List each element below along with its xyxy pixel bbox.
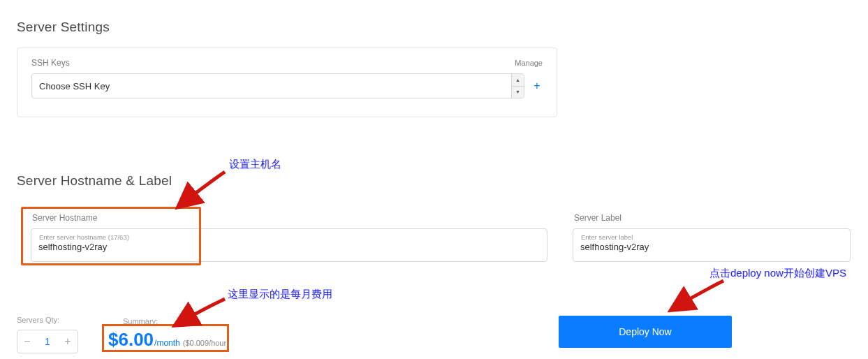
ssh-key-selected-value: Choose SSH Key bbox=[39, 81, 110, 91]
chevron-up-icon[interactable]: ▲ bbox=[512, 74, 524, 86]
price-hourly: ($0.009/hour) bbox=[183, 339, 229, 347]
servers-qty-stepper[interactable]: − 1 + bbox=[17, 330, 78, 353]
price-highlight-box: $6.00 /month ($0.009/hour) bbox=[102, 324, 229, 352]
price-amount: $6.00 bbox=[108, 326, 154, 353]
annotation-deploy: 点击deploy now开始创建VPS bbox=[709, 267, 846, 280]
servers-qty-label: Servers Qty: bbox=[17, 316, 59, 324]
qty-decrement-button[interactable]: − bbox=[17, 330, 37, 353]
server-label-float-label: Enter server label bbox=[581, 233, 633, 241]
qty-value: 1 bbox=[37, 336, 58, 347]
hostname-value: selfhosting-v2ray bbox=[38, 242, 107, 252]
add-ssh-key-button[interactable]: + bbox=[531, 80, 543, 91]
server-label-label: Server Label bbox=[573, 213, 851, 223]
server-label-value: selfhosting-v2ray bbox=[580, 242, 649, 252]
server-settings-heading: Server Settings bbox=[17, 20, 110, 35]
deploy-now-button[interactable]: Deploy Now bbox=[559, 316, 732, 348]
plus-icon: + bbox=[534, 80, 540, 92]
chevron-down-icon[interactable]: ▼ bbox=[512, 86, 524, 98]
ssh-manage-link[interactable]: Manage bbox=[515, 59, 543, 67]
hostname-input[interactable]: Enter server hostname (17/63) selfhostin… bbox=[31, 228, 547, 262]
qty-increment-button[interactable]: + bbox=[58, 330, 78, 353]
arrow-icon bbox=[166, 295, 230, 331]
ssh-key-select[interactable]: Choose SSH Key ▲ ▼ bbox=[31, 73, 524, 98]
hostname-label: Server Hostname bbox=[31, 213, 547, 223]
select-spinner[interactable]: ▲ ▼ bbox=[511, 74, 524, 98]
hostname-section-heading: Server Hostname & Label bbox=[17, 173, 172, 189]
server-label-field-wrap: Server Label Enter server label selfhost… bbox=[573, 213, 851, 262]
hostname-field-wrap: Server Hostname Enter server hostname (1… bbox=[31, 213, 547, 262]
server-settings-card: SSH Keys Manage Choose SSH Key ▲ ▼ + bbox=[17, 47, 557, 117]
summary-label: Summary: bbox=[123, 317, 158, 325]
annotation-price: 这里显示的是每月费用 bbox=[228, 288, 332, 301]
ssh-keys-label: SSH Keys bbox=[31, 58, 70, 68]
annotation-hostname: 设置主机名 bbox=[229, 158, 281, 171]
price-period: /month bbox=[154, 338, 180, 348]
hostname-float-label: Enter server hostname (17/63) bbox=[39, 233, 129, 241]
server-label-input[interactable]: Enter server label selfhosting-v2ray bbox=[573, 228, 851, 262]
arrow-icon bbox=[663, 277, 730, 316]
arrow-icon bbox=[168, 166, 230, 215]
